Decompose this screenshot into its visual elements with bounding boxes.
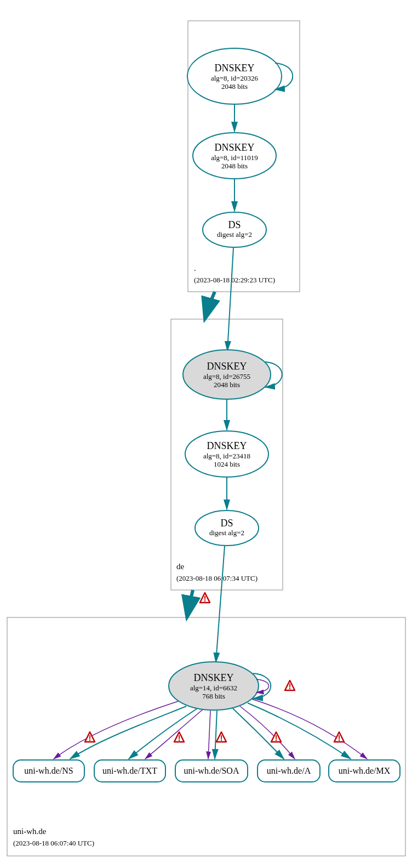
zone-de-label: de [176, 562, 185, 571]
record-a: uni-wh.de/A [258, 760, 320, 782]
edge-uni-mx-t [248, 703, 351, 759]
svg-text:1024 bits: 1024 bits [214, 460, 240, 468]
svg-text:2048 bits: 2048 bits [214, 381, 240, 389]
svg-text:DNSKEY: DNSKEY [214, 63, 254, 73]
svg-text:768 bits: 768 bits [202, 692, 225, 700]
svg-text:!: ! [178, 734, 181, 742]
edge-uni-ns-p [54, 701, 178, 759]
edge-uni-mx-p [252, 699, 367, 759]
edge-uni-a-p [240, 706, 295, 759]
svg-text:DNSKEY: DNSKEY [207, 440, 247, 451]
zone-de-time: (2023-08-18 06:07:34 UTC) [176, 574, 258, 582]
warning-icon: ! [285, 680, 295, 691]
warning-icon: ! [200, 593, 210, 603]
svg-text:!: ! [289, 682, 291, 691]
warning-icon: ! [271, 732, 281, 742]
svg-text:uni-wh.de/NS: uni-wh.de/NS [24, 766, 73, 775]
svg-text:2048 bits: 2048 bits [221, 82, 248, 90]
svg-text:!: ! [275, 734, 278, 742]
record-txt: uni-wh.de/TXT [94, 760, 165, 782]
svg-text:DS: DS [220, 518, 233, 529]
node-root-ksk: DNSKEY alg=8, id=20326 2048 bits [187, 48, 282, 104]
warning-icon: ! [85, 732, 95, 742]
svg-text:alg=14, id=6632: alg=14, id=6632 [190, 684, 237, 692]
svg-text:!: ! [220, 734, 223, 742]
zone-uni-box [7, 617, 405, 856]
svg-text:!: ! [89, 734, 91, 742]
svg-text:!: ! [338, 734, 341, 742]
node-root-zsk: DNSKEY alg=8, id=11019 2048 bits [193, 133, 276, 179]
svg-text:uni-wh.de/A: uni-wh.de/A [267, 766, 311, 775]
edge-uni-soa-p [208, 711, 210, 759]
node-root-ds: DS digest alg=2 [203, 212, 266, 247]
edge-uni-ns-t [70, 706, 186, 759]
edge-root-to-de [205, 292, 215, 317]
node-uni-key: DNSKEY alg=14, id=6632 768 bits [169, 662, 259, 710]
zone-root-label: . [194, 264, 196, 273]
edge-deds-unikey [216, 546, 225, 662]
node-de-ds: DS digest alg=2 [195, 510, 259, 546]
node-de-ksk: DNSKEY alg=8, id=26755 2048 bits [183, 350, 271, 399]
warning-icon: ! [174, 732, 184, 742]
record-soa: uni-wh.de/SOA [175, 760, 248, 782]
svg-text:alg=8, id=20326: alg=8, id=20326 [211, 74, 259, 82]
svg-text:digest alg=2: digest alg=2 [217, 230, 252, 239]
edge-rootds-deksk [227, 248, 233, 351]
svg-text:DS: DS [228, 219, 241, 230]
svg-text:alg=8, id=26755: alg=8, id=26755 [203, 372, 250, 381]
svg-text:uni-wh.de/MX: uni-wh.de/MX [339, 766, 391, 775]
svg-text:alg=8, id=11019: alg=8, id=11019 [211, 154, 258, 162]
node-de-zsk: DNSKEY alg=8, id=23418 1024 bits [185, 431, 268, 477]
zone-root-time: (2023-08-18 02:29:23 UTC) [194, 276, 275, 284]
svg-text:!: ! [204, 594, 207, 603]
record-ns: uni-wh.de/NS [13, 760, 84, 782]
svg-text:digest alg=2: digest alg=2 [209, 529, 244, 537]
svg-text:DNSKEY: DNSKEY [214, 142, 254, 153]
zone-uni-label: uni-wh.de [13, 827, 47, 836]
edge-de-to-uni [187, 590, 193, 615]
zone-uni-time: (2023-08-18 06:07:40 UTC) [13, 839, 94, 847]
svg-text:alg=8, id=23418: alg=8, id=23418 [203, 452, 250, 460]
edge-uni-txt-p [145, 710, 203, 759]
svg-text:DNSKEY: DNSKEY [193, 672, 233, 683]
svg-text:uni-wh.de/TXT: uni-wh.de/TXT [102, 766, 157, 775]
warning-icon: ! [216, 732, 226, 742]
record-mx: uni-wh.de/MX [329, 760, 400, 782]
edge-uni-soa-t [215, 711, 217, 759]
svg-text:DNSKEY: DNSKEY [207, 361, 247, 372]
svg-text:2048 bits: 2048 bits [221, 162, 248, 170]
svg-text:uni-wh.de/SOA: uni-wh.de/SOA [184, 766, 239, 775]
